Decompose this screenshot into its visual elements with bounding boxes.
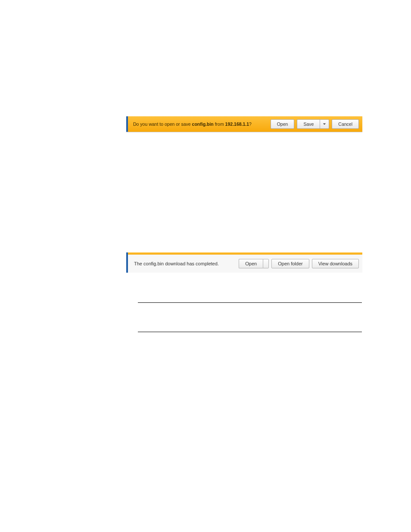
download-complete-message: The config.bin download has completed. xyxy=(128,261,239,266)
download-complete-buttons: Open Open folder View downloads xyxy=(239,259,362,268)
open-button[interactable]: Open xyxy=(271,119,295,129)
prompt-filename: config.bin xyxy=(192,121,214,127)
view-downloads-button[interactable]: View downloads xyxy=(312,259,359,268)
prompt-mid: from xyxy=(214,121,225,127)
open-button-group: Open xyxy=(239,259,269,268)
prompt-prefix: Do you want to open or save xyxy=(133,121,192,127)
prompt-host: 192.168.1.1 xyxy=(225,121,249,127)
open-dropdown-button[interactable] xyxy=(263,259,269,268)
download-prompt-bar: Do you want to open or save config.bin f… xyxy=(126,116,362,132)
download-complete-bar: The config.bin download has completed. O… xyxy=(126,252,362,273)
open-folder-button[interactable]: Open folder xyxy=(271,259,309,268)
download-complete-body: The config.bin download has completed. O… xyxy=(126,255,362,273)
download-prompt-message: Do you want to open or save config.bin f… xyxy=(128,121,271,127)
cancel-button[interactable]: Cancel xyxy=(332,119,359,129)
open-button[interactable]: Open xyxy=(239,259,263,268)
save-button[interactable]: Save xyxy=(297,119,320,129)
chevron-down-icon xyxy=(323,122,326,126)
save-button-group: Save xyxy=(297,119,329,129)
prompt-suffix: ? xyxy=(249,121,252,127)
save-dropdown-button[interactable] xyxy=(320,119,329,129)
divider xyxy=(138,332,362,332)
download-prompt-buttons: Open Save Cancel xyxy=(271,119,362,129)
divider xyxy=(138,302,362,303)
